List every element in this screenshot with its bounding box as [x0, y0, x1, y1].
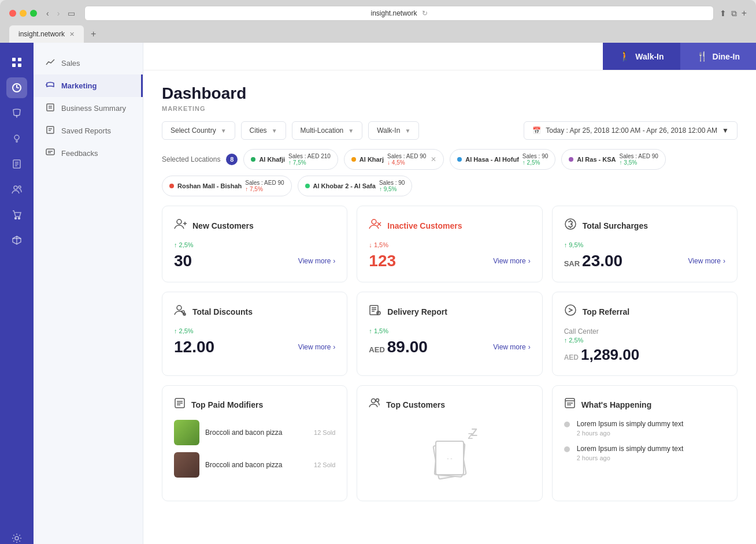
forward-button[interactable]: › — [54, 8, 64, 19]
chip-name-alhasa: Al Hasa - Al Hofuf — [465, 156, 519, 163]
chip-dot-roshan — [169, 184, 174, 188]
inactive-customers-change: ↓ 1,5% — [369, 241, 530, 248]
stats-grid-row2: Total Discounts ↑ 2,5% 12.00 View more ›… — [143, 292, 756, 376]
location-chip-alkhobar[interactable]: Al Khobar 2 - Al Safa Sales : 90 ↑ 9,5% — [298, 176, 413, 196]
location-chip-alkharj[interactable]: Al Kharj Sales : AED 90 ↓ 4,5% ✕ — [344, 149, 444, 170]
main-content: 🚶 Walk-In 🍴 Dine-In Dashboard MARKETING … — [143, 43, 756, 544]
page-title: Dashboard — [162, 84, 738, 103]
sidebar-label-business-summary: Business Summary — [61, 104, 126, 113]
sidebar-item-sales[interactable]: Sales — [34, 52, 143, 74]
new-customers-value: 30 — [174, 252, 192, 270]
tab-label: insight.network — [18, 30, 65, 38]
top-paid-modifiers-title: Top Paid Modifiers — [191, 400, 263, 409]
top-customers-icon — [369, 397, 380, 412]
browser-tab[interactable]: insight.network ✕ — [9, 25, 84, 43]
modifier-name-0: Broccoli and bacon pizza — [205, 429, 308, 437]
new-tab-button[interactable]: + — [742, 8, 747, 18]
calendar-icon: 📅 — [532, 126, 541, 135]
total-surcharges-view-more[interactable]: View more › — [688, 257, 725, 265]
svg-point-39 — [177, 305, 181, 310]
walk-in-filter[interactable]: Walk-In ▼ — [368, 121, 419, 140]
location-chip-alkhafji[interactable]: Al Khafji Sales : AED 210 ↑ 7,5% — [243, 149, 338, 170]
chip-close-alkharj[interactable]: ✕ — [431, 155, 436, 163]
chip-change-alkhobar: ↑ 9,5% — [379, 186, 405, 192]
total-surcharges-change: ↑ 9,5% — [564, 241, 725, 248]
sidebar-label-feedbacks: Feedbacks — [61, 149, 98, 158]
chip-dot-alkhobar — [305, 184, 310, 188]
svg-point-14 — [18, 186, 21, 188]
location-chip-alras[interactable]: Al Ras - KSA Sales : AED 90 ↑ 3,5% — [561, 149, 666, 170]
walk-in-button[interactable]: 🚶 Walk-In — [603, 43, 680, 70]
modifier-img-1 — [174, 452, 199, 478]
sidebar-icon-cube[interactable] — [6, 230, 27, 251]
happening-time-1: 2 hours ago — [577, 454, 684, 461]
saved-reports-icon — [45, 125, 55, 136]
country-filter-label: Select Country — [171, 126, 216, 135]
sidebar-item-feedbacks[interactable]: Feedbacks — [34, 142, 143, 165]
card-whats-happening: What's Happening Lorem Ipsum is simply d… — [552, 385, 738, 501]
modifier-img-0 — [174, 420, 199, 445]
chip-dot-alkharj — [351, 157, 356, 162]
sidebar-icon-people[interactable] — [6, 179, 27, 200]
total-discounts-view-more[interactable]: View more › — [298, 343, 335, 351]
sidebar-toggle-button[interactable]: ▭ — [64, 8, 79, 19]
sidebar-icon-food[interactable] — [6, 103, 27, 124]
top-referral-title: Top Referral — [583, 307, 629, 316]
new-customers-view-more[interactable]: View more › — [298, 257, 335, 265]
total-discounts-change: ↑ 2,5% — [174, 327, 335, 334]
cities-filter[interactable]: Cities ▼ — [241, 121, 286, 140]
date-range-label: Today : Apr 25, 2018 12:00 AM - Apr 26, … — [546, 126, 717, 135]
sidebar-icon-bulb[interactable] — [6, 128, 27, 149]
inactive-customers-view-more[interactable]: View more › — [493, 257, 530, 265]
sidebar-icon-grid[interactable] — [6, 52, 27, 73]
sidebar-icon-document[interactable] — [6, 154, 27, 174]
svg-rect-24 — [47, 126, 54, 133]
maximize-traffic-light[interactable] — [30, 10, 37, 17]
sidebar-icon-cart[interactable] — [6, 204, 27, 225]
cities-filter-label: Cities — [250, 126, 267, 135]
whats-happening-list: Lorem Ipsum is simply dummy text 2 hours… — [564, 420, 725, 461]
sidebar-icon-dashboard[interactable] — [6, 77, 27, 98]
whats-happening-icon — [564, 397, 576, 412]
new-tab-plus-button[interactable]: + — [86, 25, 101, 43]
sidebar-item-saved-reports[interactable]: Saved Reports — [34, 120, 143, 142]
country-filter[interactable]: Select Country ▼ — [162, 121, 235, 140]
traffic-lights — [9, 10, 37, 17]
location-chip-roshan[interactable]: Roshan Mall - Bishah Sales : AED 90 ↑ 7,… — [162, 176, 292, 196]
locations-count-badge: 8 — [226, 154, 238, 165]
locations-bar: Selected Locations 8 Al Khafji Sales : A… — [143, 149, 756, 206]
card-top-paid-modifiers: Top Paid Modifiers Broccoli and bacon pi… — [162, 385, 347, 501]
reload-icon[interactable]: ↻ — [422, 9, 428, 17]
stats-grid-row1: New Customers ↑ 2,5% 30 View more › Inac… — [143, 206, 756, 282]
total-discounts-value: 12.00 — [174, 338, 214, 356]
top-bar: 🚶 Walk-In 🍴 Dine-In — [143, 43, 756, 70]
sidebar-item-business-summary[interactable]: Business Summary — [34, 97, 143, 120]
happening-text-1: Lorem Ipsum is simply dummy text — [577, 445, 684, 453]
url-bar[interactable]: insight.network — [370, 9, 417, 17]
chip-dot-alhasa — [457, 157, 462, 162]
svg-point-13 — [14, 186, 17, 189]
close-traffic-light[interactable] — [9, 10, 16, 17]
minimize-traffic-light[interactable] — [20, 10, 27, 17]
dine-in-button[interactable]: 🍴 Dine-In — [680, 43, 756, 70]
location-chip-alhasa[interactable]: Al Hasa - Al Hofuf Sales : 90 ↑ 2,5% — [450, 149, 555, 170]
happening-dot-1 — [564, 446, 570, 452]
stat-card-new-customers: New Customers ↑ 2,5% 30 View more › — [162, 206, 347, 282]
happening-item-0: Lorem Ipsum is simply dummy text 2 hours… — [564, 420, 725, 437]
referral-currency: AED — [564, 353, 579, 362]
back-button[interactable]: ‹ — [43, 8, 53, 19]
delivery-currency: AED — [369, 345, 384, 354]
sidebar-label-sales: Sales — [61, 59, 80, 68]
duplicate-button[interactable]: ⧉ — [731, 8, 737, 18]
location-type-filter[interactable]: Multi-Location ▼ — [292, 121, 363, 140]
delivery-report-view-more[interactable]: View more › — [493, 343, 530, 351]
chip-change-alras: ↑ 3,5% — [620, 159, 658, 166]
tab-close-icon[interactable]: ✕ — [69, 31, 75, 38]
date-range-filter[interactable]: 📅 Today : Apr 25, 2018 12:00 AM - Apr 26… — [524, 121, 738, 140]
sidebar-item-marketing[interactable]: Marketing — [34, 74, 143, 97]
share-button[interactable]: ⬆ — [720, 8, 727, 18]
whats-happening-title: What's Happening — [581, 400, 652, 409]
sidebar-icon-settings[interactable] — [6, 528, 27, 544]
sidebar-label-saved-reports: Saved Reports — [61, 126, 111, 135]
chip-name-alkhafji: Al Khafji — [259, 156, 285, 163]
